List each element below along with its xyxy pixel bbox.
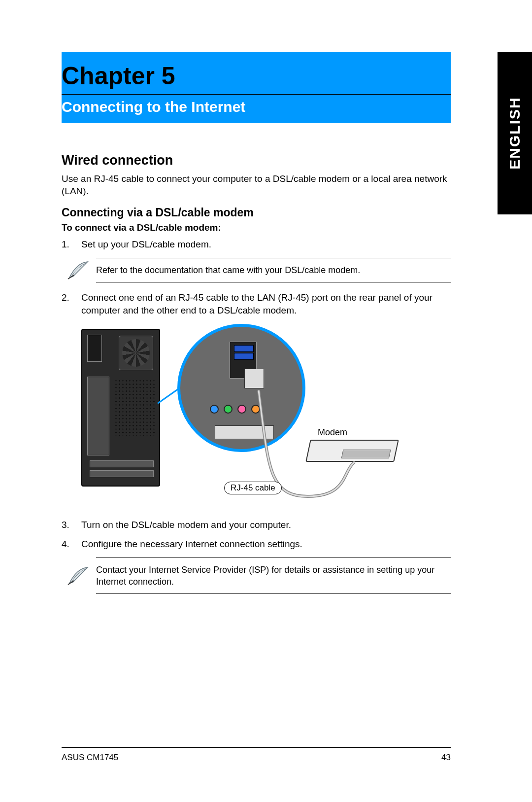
- step-text: Set up your DSL/cable modem.: [81, 238, 451, 251]
- chapter-title: Chapter 5: [62, 52, 451, 95]
- step-2: 2. Connect one end of an RJ-45 cable to …: [62, 291, 451, 316]
- step-number: 4.: [62, 538, 81, 551]
- section-heading-wired: Wired connection: [62, 153, 451, 168]
- language-tab: ENGLISH: [498, 52, 532, 214]
- page-footer: ASUS CM1745 43: [62, 747, 451, 763]
- step-number: 3.: [62, 519, 81, 531]
- step-4: 4. Configure the necessary Internet conn…: [62, 538, 451, 551]
- step-number: 2.: [62, 291, 81, 316]
- diagram-label-modem: Modem: [318, 427, 347, 438]
- step-text: Configure the necessary Internet connect…: [81, 538, 451, 551]
- chapter-header: Chapter 5 Connecting to the Internet: [62, 52, 451, 123]
- modem-icon: [305, 440, 399, 462]
- connection-diagram: Modem RJ-45 cable: [62, 324, 451, 506]
- note-2: Contact your Internet Service Provider (…: [62, 558, 451, 594]
- step-1: 1. Set up your DSL/cable modem.: [62, 238, 451, 251]
- language-tab-label: ENGLISH: [506, 97, 523, 169]
- section-subheading-dsl: To connect via a DSL/cable modem:: [62, 222, 451, 233]
- footer-page-number: 43: [441, 753, 451, 763]
- step-text: Turn on the DSL/cable modem and your com…: [81, 519, 451, 531]
- note-text: Contact your Internet Service Provider (…: [96, 558, 451, 594]
- section-heading-dsl: Connecting via a DSL/cable modem: [62, 206, 451, 219]
- diagram-label-rj45: RJ-45 cable: [224, 482, 282, 494]
- step-number: 1.: [62, 238, 81, 251]
- zoom-lan-port-icon: [177, 324, 305, 452]
- note-1: Refer to the documentation that came wit…: [62, 258, 451, 282]
- page-content: Wired connection Use an RJ-45 cable to c…: [62, 140, 451, 603]
- feather-pen-icon: [62, 566, 96, 586]
- chapter-subtitle: Connecting to the Internet: [62, 99, 451, 123]
- step-text: Connect one end of an RJ-45 cable to the…: [81, 291, 451, 316]
- intro-paragraph: Use an RJ-45 cable to connect your compu…: [62, 173, 451, 197]
- note-text: Refer to the documentation that came wit…: [96, 258, 451, 282]
- step-3: 3. Turn on the DSL/cable modem and your …: [62, 519, 451, 531]
- feather-pen-icon: [62, 260, 96, 280]
- pc-rear-panel-icon: [81, 329, 160, 487]
- footer-product: ASUS CM1745: [62, 753, 118, 763]
